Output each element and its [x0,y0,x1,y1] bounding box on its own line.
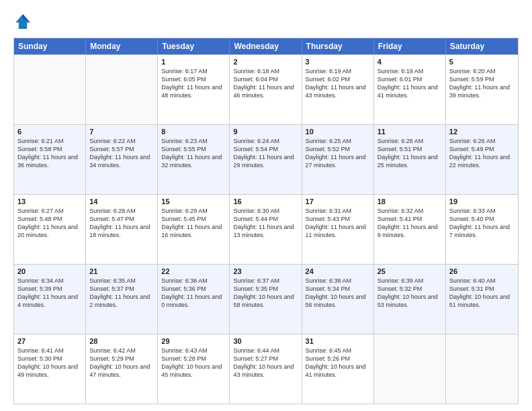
calendar-cell [86,55,158,124]
calendar-week-row: 1Sunrise: 6:17 AM Sunset: 6:05 PM Daylig… [14,54,518,124]
calendar-cell: 29Sunrise: 6:43 AM Sunset: 5:28 PM Dayli… [158,334,230,404]
calendar-cell: 6Sunrise: 6:21 AM Sunset: 5:58 PM Daylig… [14,125,86,194]
calendar-cell: 30Sunrise: 6:44 AM Sunset: 5:27 PM Dayli… [230,334,302,404]
day-number: 16 [233,197,298,205]
day-number: 12 [449,128,515,136]
day-number: 28 [89,337,154,345]
calendar-cell: 19Sunrise: 6:33 AM Sunset: 5:40 PM Dayli… [446,195,518,264]
cell-details: Sunrise: 6:20 AM Sunset: 5:59 PM Dayligh… [449,67,515,100]
weekday-header: Friday [374,38,446,54]
cell-details: Sunrise: 6:31 AM Sunset: 5:43 PM Dayligh… [306,207,370,240]
cell-details: Sunrise: 6:24 AM Sunset: 5:54 PM Dayligh… [233,137,298,170]
cell-details: Sunrise: 6:32 AM Sunset: 5:41 PM Dayligh… [378,207,442,240]
calendar-cell: 25Sunrise: 6:39 AM Sunset: 5:32 PM Dayli… [374,265,446,334]
calendar-cell: 5Sunrise: 6:20 AM Sunset: 5:59 PM Daylig… [446,55,518,124]
cell-details: Sunrise: 6:27 AM Sunset: 5:48 PM Dayligh… [17,207,82,240]
calendar-week-row: 20Sunrise: 6:34 AM Sunset: 5:39 PM Dayli… [14,264,518,334]
cell-details: Sunrise: 6:42 AM Sunset: 5:29 PM Dayligh… [89,347,154,379]
calendar: SundayMondayTuesdayWednesdayThursdayFrid… [13,38,519,404]
day-number: 14 [89,197,154,205]
calendar-cell: 24Sunrise: 6:38 AM Sunset: 5:34 PM Dayli… [302,265,374,334]
day-number: 7 [89,128,154,136]
cell-details: Sunrise: 6:34 AM Sunset: 5:39 PM Dayligh… [17,277,82,310]
cell-details: Sunrise: 6:30 AM Sunset: 5:44 PM Dayligh… [233,207,298,240]
day-number: 13 [17,197,82,205]
calendar-week-row: 13Sunrise: 6:27 AM Sunset: 5:48 PM Dayli… [14,194,518,264]
cell-details: Sunrise: 6:38 AM Sunset: 5:34 PM Dayligh… [306,277,370,310]
cell-details: Sunrise: 6:41 AM Sunset: 5:30 PM Dayligh… [17,347,82,379]
day-number: 22 [161,267,226,275]
calendar-cell: 16Sunrise: 6:30 AM Sunset: 5:44 PM Dayli… [230,195,302,264]
weekday-header: Thursday [302,38,374,54]
calendar-week-row: 6Sunrise: 6:21 AM Sunset: 5:58 PM Daylig… [14,124,518,194]
calendar-cell: 10Sunrise: 6:25 AM Sunset: 5:52 PM Dayli… [302,125,374,194]
calendar-cell: 23Sunrise: 6:37 AM Sunset: 5:35 PM Dayli… [230,265,302,334]
cell-details: Sunrise: 6:19 AM Sunset: 6:01 PM Dayligh… [378,67,442,100]
cell-details: Sunrise: 6:36 AM Sunset: 5:36 PM Dayligh… [161,277,226,310]
calendar-cell: 11Sunrise: 6:26 AM Sunset: 5:51 PM Dayli… [374,125,446,194]
page: SundayMondayTuesdayWednesdayThursdayFrid… [0,0,532,411]
calendar-cell: 15Sunrise: 6:29 AM Sunset: 5:45 PM Dayli… [158,195,230,264]
day-number: 2 [233,58,298,66]
day-number: 10 [306,128,370,136]
cell-details: Sunrise: 6:29 AM Sunset: 5:45 PM Dayligh… [161,207,226,240]
weekday-header: Saturday [446,38,518,54]
calendar-cell: 12Sunrise: 6:26 AM Sunset: 5:49 PM Dayli… [446,125,518,194]
calendar-week-row: 27Sunrise: 6:41 AM Sunset: 5:30 PM Dayli… [14,334,518,404]
cell-details: Sunrise: 6:28 AM Sunset: 5:47 PM Dayligh… [89,207,154,240]
cell-details: Sunrise: 6:39 AM Sunset: 5:32 PM Dayligh… [378,277,442,310]
day-number: 4 [378,58,442,66]
calendar-cell: 22Sunrise: 6:36 AM Sunset: 5:36 PM Dayli… [158,265,230,334]
cell-details: Sunrise: 6:17 AM Sunset: 6:05 PM Dayligh… [161,67,226,100]
calendar-cell: 20Sunrise: 6:34 AM Sunset: 5:39 PM Dayli… [14,265,86,334]
cell-details: Sunrise: 6:45 AM Sunset: 5:26 PM Dayligh… [306,347,370,379]
calendar-cell: 7Sunrise: 6:22 AM Sunset: 5:57 PM Daylig… [86,125,158,194]
cell-details: Sunrise: 6:25 AM Sunset: 5:52 PM Dayligh… [306,137,370,170]
calendar-cell: 8Sunrise: 6:23 AM Sunset: 5:55 PM Daylig… [158,125,230,194]
day-number: 5 [449,58,515,66]
calendar-cell: 9Sunrise: 6:24 AM Sunset: 5:54 PM Daylig… [230,125,302,194]
calendar-cell: 21Sunrise: 6:35 AM Sunset: 5:37 PM Dayli… [86,265,158,334]
logo-icon [13,12,32,31]
calendar-cell: 4Sunrise: 6:19 AM Sunset: 6:01 PM Daylig… [374,55,446,124]
day-number: 3 [306,58,370,66]
cell-details: Sunrise: 6:37 AM Sunset: 5:35 PM Dayligh… [233,277,298,310]
cell-details: Sunrise: 6:35 AM Sunset: 5:37 PM Dayligh… [89,277,154,310]
calendar-body: 1Sunrise: 6:17 AM Sunset: 6:05 PM Daylig… [14,54,518,404]
cell-details: Sunrise: 6:43 AM Sunset: 5:28 PM Dayligh… [161,347,226,379]
calendar-cell [14,55,86,124]
header [13,12,519,31]
weekday-header: Sunday [14,38,86,54]
calendar-cell: 1Sunrise: 6:17 AM Sunset: 6:05 PM Daylig… [158,55,230,124]
day-number: 11 [378,128,442,136]
day-number: 18 [378,197,442,205]
day-number: 27 [17,337,82,345]
calendar-cell: 31Sunrise: 6:45 AM Sunset: 5:26 PM Dayli… [302,334,374,404]
calendar-cell: 3Sunrise: 6:19 AM Sunset: 6:02 PM Daylig… [302,55,374,124]
calendar-cell [446,334,518,404]
day-number: 29 [161,337,226,345]
day-number: 24 [306,267,370,275]
day-number: 15 [161,197,226,205]
logo [13,12,35,31]
day-number: 1 [161,58,226,66]
calendar-header: SundayMondayTuesdayWednesdayThursdayFrid… [14,38,518,54]
day-number: 9 [233,128,298,136]
weekday-header: Tuesday [158,38,230,54]
cell-details: Sunrise: 6:22 AM Sunset: 5:57 PM Dayligh… [89,137,154,170]
day-number: 23 [233,267,298,275]
calendar-cell: 14Sunrise: 6:28 AM Sunset: 5:47 PM Dayli… [86,195,158,264]
calendar-cell [374,334,446,404]
cell-details: Sunrise: 6:23 AM Sunset: 5:55 PM Dayligh… [161,137,226,170]
day-number: 30 [233,337,298,345]
day-number: 19 [449,197,515,205]
cell-details: Sunrise: 6:21 AM Sunset: 5:58 PM Dayligh… [17,137,82,170]
weekday-header: Monday [86,38,158,54]
day-number: 31 [306,337,370,345]
day-number: 25 [378,267,442,275]
calendar-cell: 13Sunrise: 6:27 AM Sunset: 5:48 PM Dayli… [14,195,86,264]
day-number: 6 [17,128,82,136]
cell-details: Sunrise: 6:44 AM Sunset: 5:27 PM Dayligh… [233,347,298,379]
calendar-cell: 18Sunrise: 6:32 AM Sunset: 5:41 PM Dayli… [374,195,446,264]
cell-details: Sunrise: 6:26 AM Sunset: 5:49 PM Dayligh… [449,137,515,170]
